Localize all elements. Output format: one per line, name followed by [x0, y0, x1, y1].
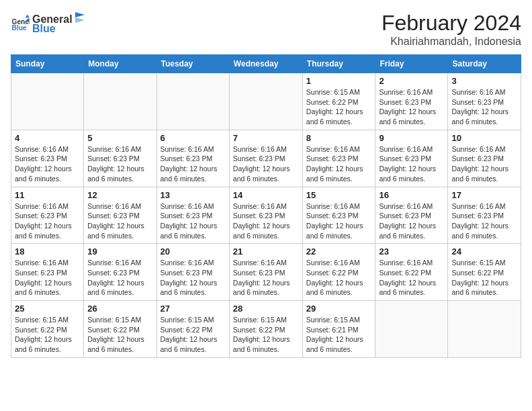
svg-text:Blue: Blue [12, 24, 27, 32]
calendar-cell [84, 73, 157, 130]
calendar-cell: 1Sunrise: 6:15 AM Sunset: 6:22 PM Daylig… [302, 73, 375, 130]
svg-marker-4 [75, 12, 85, 17]
day-info: Sunrise: 6:16 AM Sunset: 6:23 PM Dayligh… [87, 201, 152, 241]
calendar-cell [157, 73, 229, 130]
day-info: Sunrise: 6:16 AM Sunset: 6:23 PM Dayligh… [379, 144, 444, 184]
calendar-cell: 28Sunrise: 6:15 AM Sunset: 6:22 PM Dayli… [229, 301, 302, 358]
month-title: February 2024 [382, 11, 521, 36]
calendar-cell: 17Sunrise: 6:16 AM Sunset: 6:23 PM Dayli… [448, 187, 521, 244]
day-number: 28 [233, 304, 299, 314]
day-number: 19 [87, 246, 152, 257]
day-number: 12 [87, 190, 152, 200]
day-info: Sunrise: 6:15 AM Sunset: 6:22 PM Dayligh… [451, 258, 517, 298]
calendar-header-friday: Friday [375, 55, 448, 73]
day-number: 27 [161, 304, 226, 314]
day-info: Sunrise: 6:15 AM Sunset: 6:22 PM Dayligh… [233, 315, 299, 355]
calendar-cell [375, 301, 448, 358]
day-info: Sunrise: 6:16 AM Sunset: 6:23 PM Dayligh… [161, 144, 226, 184]
day-number: 6 [161, 133, 226, 143]
day-info: Sunrise: 6:16 AM Sunset: 6:23 PM Dayligh… [379, 87, 444, 127]
day-number: 4 [15, 133, 80, 143]
calendar-cell: 27Sunrise: 6:15 AM Sunset: 6:22 PM Dayli… [157, 301, 229, 358]
calendar-header-saturday: Saturday [448, 55, 521, 73]
calendar-header-thursday: Thursday [302, 55, 375, 73]
day-number: 11 [15, 190, 80, 200]
calendar-week-2: 4Sunrise: 6:16 AM Sunset: 6:23 PM Daylig… [11, 130, 521, 187]
calendar-cell: 9Sunrise: 6:16 AM Sunset: 6:23 PM Daylig… [375, 130, 448, 187]
calendar-cell: 5Sunrise: 6:16 AM Sunset: 6:23 PM Daylig… [84, 130, 157, 187]
day-number: 15 [306, 190, 372, 200]
day-number: 23 [379, 246, 444, 257]
calendar-cell: 6Sunrise: 6:16 AM Sunset: 6:23 PM Daylig… [157, 130, 229, 187]
calendar-header-row: SundayMondayTuesdayWednesdayThursdayFrid… [11, 55, 521, 73]
day-info: Sunrise: 6:16 AM Sunset: 6:23 PM Dayligh… [161, 258, 226, 298]
day-number: 8 [306, 133, 372, 143]
calendar-cell [229, 73, 302, 130]
day-info: Sunrise: 6:15 AM Sunset: 6:22 PM Dayligh… [161, 315, 226, 355]
day-number: 18 [15, 246, 80, 257]
calendar-cell: 21Sunrise: 6:16 AM Sunset: 6:23 PM Dayli… [229, 244, 302, 301]
day-number: 21 [233, 246, 299, 257]
day-info: Sunrise: 6:16 AM Sunset: 6:23 PM Dayligh… [451, 87, 517, 127]
day-info: Sunrise: 6:16 AM Sunset: 6:22 PM Dayligh… [306, 258, 372, 298]
day-number: 25 [15, 304, 80, 314]
logo-icon: General Blue [11, 13, 30, 32]
calendar-cell: 14Sunrise: 6:16 AM Sunset: 6:23 PM Dayli… [229, 187, 302, 244]
day-number: 20 [161, 246, 226, 257]
calendar-week-1: 1Sunrise: 6:15 AM Sunset: 6:22 PM Daylig… [11, 73, 521, 130]
title-area: February 2024 Khairiahmandah, Indonesia [382, 11, 521, 48]
calendar-header-sunday: Sunday [11, 55, 84, 73]
day-info: Sunrise: 6:16 AM Sunset: 6:23 PM Dayligh… [233, 201, 299, 241]
day-info: Sunrise: 6:16 AM Sunset: 6:23 PM Dayligh… [15, 144, 80, 184]
calendar-cell: 8Sunrise: 6:16 AM Sunset: 6:23 PM Daylig… [302, 130, 375, 187]
calendar-week-5: 25Sunrise: 6:15 AM Sunset: 6:22 PM Dayli… [11, 301, 521, 358]
calendar-cell: 13Sunrise: 6:16 AM Sunset: 6:23 PM Dayli… [157, 187, 229, 244]
day-info: Sunrise: 6:16 AM Sunset: 6:23 PM Dayligh… [451, 201, 517, 241]
calendar-cell: 25Sunrise: 6:15 AM Sunset: 6:22 PM Dayli… [11, 301, 84, 358]
location-title: Khairiahmandah, Indonesia [382, 36, 521, 48]
calendar-week-4: 18Sunrise: 6:16 AM Sunset: 6:23 PM Dayli… [11, 244, 521, 301]
day-number: 9 [379, 133, 444, 143]
calendar-cell: 15Sunrise: 6:16 AM Sunset: 6:23 PM Dayli… [302, 187, 375, 244]
calendar-cell: 20Sunrise: 6:16 AM Sunset: 6:23 PM Dayli… [157, 244, 229, 301]
day-info: Sunrise: 6:16 AM Sunset: 6:23 PM Dayligh… [306, 201, 372, 241]
calendar-cell: 4Sunrise: 6:16 AM Sunset: 6:23 PM Daylig… [11, 130, 84, 187]
day-info: Sunrise: 6:15 AM Sunset: 6:22 PM Dayligh… [306, 87, 372, 127]
calendar-cell: 24Sunrise: 6:15 AM Sunset: 6:22 PM Dayli… [448, 244, 521, 301]
day-number: 13 [161, 190, 226, 200]
day-number: 29 [306, 304, 372, 314]
calendar-cell: 3Sunrise: 6:16 AM Sunset: 6:23 PM Daylig… [448, 73, 521, 130]
calendar-header-monday: Monday [84, 55, 157, 73]
calendar-cell: 16Sunrise: 6:16 AM Sunset: 6:23 PM Dayli… [375, 187, 448, 244]
day-number: 16 [379, 190, 444, 200]
day-number: 10 [451, 133, 517, 143]
calendar-week-3: 11Sunrise: 6:16 AM Sunset: 6:23 PM Dayli… [11, 187, 521, 244]
svg-marker-2 [26, 15, 30, 18]
logo-flag-icon [74, 11, 86, 23]
day-info: Sunrise: 6:16 AM Sunset: 6:22 PM Dayligh… [379, 258, 444, 298]
day-info: Sunrise: 6:15 AM Sunset: 6:22 PM Dayligh… [87, 315, 152, 355]
calendar-cell: 12Sunrise: 6:16 AM Sunset: 6:23 PM Dayli… [84, 187, 157, 244]
calendar-cell: 26Sunrise: 6:15 AM Sunset: 6:22 PM Dayli… [84, 301, 157, 358]
svg-marker-5 [75, 17, 85, 23]
day-info: Sunrise: 6:16 AM Sunset: 6:23 PM Dayligh… [306, 144, 372, 184]
day-number: 5 [87, 133, 152, 143]
day-number: 17 [451, 190, 517, 200]
calendar-cell: 11Sunrise: 6:16 AM Sunset: 6:23 PM Dayli… [11, 187, 84, 244]
calendar-table: SundayMondayTuesdayWednesdayThursdayFrid… [11, 54, 521, 358]
day-number: 2 [379, 76, 444, 86]
day-number: 24 [451, 246, 517, 257]
calendar-cell: 22Sunrise: 6:16 AM Sunset: 6:22 PM Dayli… [302, 244, 375, 301]
day-info: Sunrise: 6:16 AM Sunset: 6:23 PM Dayligh… [451, 144, 517, 184]
calendar-cell: 29Sunrise: 6:15 AM Sunset: 6:21 PM Dayli… [302, 301, 375, 358]
day-info: Sunrise: 6:15 AM Sunset: 6:22 PM Dayligh… [15, 315, 80, 355]
calendar-cell [448, 301, 521, 358]
logo: General Blue General Blue [11, 11, 86, 35]
day-info: Sunrise: 6:16 AM Sunset: 6:23 PM Dayligh… [15, 258, 80, 298]
day-number: 22 [306, 246, 372, 257]
day-number: 1 [306, 76, 372, 86]
header: General Blue General Blue February 2024 … [11, 11, 521, 48]
day-number: 7 [233, 133, 299, 143]
day-info: Sunrise: 6:16 AM Sunset: 6:23 PM Dayligh… [233, 144, 299, 184]
calendar-header-wednesday: Wednesday [229, 55, 302, 73]
